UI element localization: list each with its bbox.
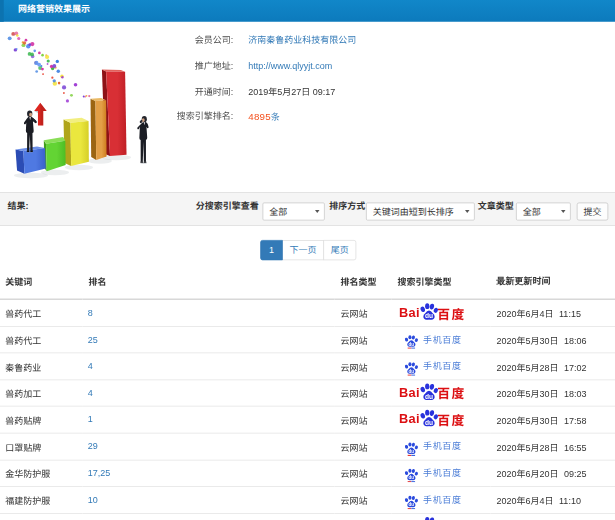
baidu-pc-logo: Bai du 百度	[399, 410, 466, 429]
col-header-keyword: 关键词	[0, 269, 83, 300]
svg-text:du: du	[425, 312, 433, 319]
rank-type-cell: 云网站	[335, 486, 392, 513]
rank-type-cell	[335, 513, 392, 520]
mobile-baidu-paw-icon: du	[404, 335, 418, 349]
rank-value[interactable]: 4	[88, 387, 93, 398]
rank-type-cell: 云网站	[335, 326, 392, 352]
businessman-right	[137, 116, 148, 164]
result-label: 结果:	[8, 193, 29, 220]
submit-button[interactable]: 提交	[577, 202, 609, 220]
updated-cell: 2020年5月30日 18:06	[491, 326, 615, 352]
svg-text:du: du	[409, 502, 415, 507]
title-bar-edge	[0, 0, 3, 22]
mobile-baidu-logo: du 手机百度	[404, 354, 461, 375]
updated-cell: 2020年5月28日 17:02	[491, 353, 615, 380]
updated-cell: 2020年5月30日 18:03	[491, 380, 615, 406]
keyword-rank-table: 关键词 排名 排名类型 搜索引擎类型 最新更新时间 兽药代工 8 云网站 Bai	[0, 269, 615, 520]
info-label: 搜索引擎排名:	[0, 110, 233, 123]
svg-text:du: du	[425, 392, 433, 399]
engine-cell: Bai du 百度	[392, 380, 491, 406]
rank-value[interactable]: 17,25	[88, 468, 111, 479]
keyword-cell: 福建防护服	[0, 486, 83, 513]
rank-value[interactable]: 29	[88, 441, 98, 452]
keyword-cell: 兽药贴牌	[0, 406, 83, 433]
rank-type-cell: 云网站	[335, 299, 392, 326]
keyword-cell	[0, 513, 83, 520]
title-bar: 网络营销效果展示	[0, 0, 615, 22]
mobile-baidu-paw-icon: du	[404, 361, 418, 375]
page-1-button[interactable]: 1	[260, 240, 283, 260]
updated-cell: 2020年6月20日 09:25	[491, 460, 615, 486]
info-label: 开通时间:	[0, 85, 233, 98]
rank-value[interactable]: 1	[88, 414, 93, 425]
keyword-cell: 兽药代工	[0, 326, 83, 352]
svg-text:du: du	[425, 419, 433, 426]
table-row: 兽药代工 8 云网站 Bai du 百度 2020年6月4日 11:15	[0, 299, 615, 326]
rank-type-cell: 云网站	[335, 380, 392, 406]
table-header-row: 关键词 排名 排名类型 搜索引擎类型 最新更新时间	[0, 269, 615, 300]
info-value[interactable]: 济南秦鲁药业科技有限公司	[248, 33, 356, 46]
svg-text:du: du	[409, 368, 415, 373]
rank-value[interactable]: 10	[88, 494, 98, 505]
page: 网络营销效果展示	[0, 0, 615, 520]
mobile-baidu-logo: du 手机百度	[404, 328, 461, 349]
updated-cell: 2020年5月30日 17:58	[491, 406, 615, 433]
baidu-paw-icon: du	[419, 381, 439, 401]
info-label: 推广地址:	[0, 60, 233, 73]
rank-value[interactable]: 4	[88, 361, 93, 372]
rank-value[interactable]: 25	[88, 334, 98, 345]
mobile-baidu-logo: du 手机百度	[404, 461, 461, 482]
rank-type-cell: 云网站	[335, 433, 392, 460]
mobile-baidu-logo: du 手机百度	[404, 435, 461, 456]
engine-cell: du 手机百度	[392, 353, 491, 380]
rank-type-cell: 云网站	[335, 460, 392, 486]
article-type-select[interactable]: 全部	[516, 202, 571, 220]
rank-value[interactable]: 8	[88, 308, 93, 319]
info-row: 开通时间: 2019年5月27日 09:17	[0, 85, 420, 98]
sort-select-wrap: 关键词由短到长排序	[366, 202, 475, 220]
baidu-paw-icon: du	[419, 515, 439, 520]
sort-label: 排序方式	[329, 193, 365, 220]
rank-count-value: 4895条	[248, 110, 280, 124]
updated-cell: 2020年5月28日 16:55	[491, 433, 615, 460]
svg-text:du: du	[409, 342, 415, 347]
table-row: 兽药贴牌 1 云网站 Bai du 百度 2020年5月30日 17:58	[0, 406, 615, 433]
table-row: Bai du 百度	[0, 513, 615, 520]
updated-cell: 2020年6月4日 11:10	[491, 486, 615, 513]
engine-cell: du 手机百度	[392, 433, 491, 460]
bar-green	[44, 137, 66, 171]
page-title: 网络营销效果展示	[18, 0, 90, 18]
engine-filter-label: 分搜索引擎查看	[196, 193, 259, 220]
engine-select[interactable]: 全部	[263, 202, 325, 220]
bar-chart-illustration	[0, 30, 173, 184]
col-header-engine: 搜索引擎类型	[392, 269, 491, 300]
keyword-cell: 口罩贴牌	[0, 433, 83, 460]
table-row: 秦鲁药业 4 云网站 du 手机百度 2020年5月28日 17:02	[0, 353, 615, 380]
rank-type-cell: 云网站	[335, 406, 392, 433]
rank-cell: 8	[83, 299, 335, 326]
sort-select[interactable]: 关键词由短到长排序	[366, 202, 475, 220]
table-row: 兽药加工 4 云网站 Bai du 百度 2020年5月30日 18:03	[0, 380, 615, 406]
mobile-baidu-paw-icon: du	[404, 495, 418, 509]
info-value: 2019年5月27日 09:17	[248, 85, 335, 98]
svg-text:du: du	[409, 475, 415, 480]
article-type-label: 文章类型	[478, 193, 514, 220]
last-page-button[interactable]: 尾页	[323, 240, 356, 260]
pagination: 1 下一页 尾页	[260, 240, 356, 260]
mobile-baidu-logo: du 手机百度	[404, 488, 461, 509]
info-row: 搜索引擎排名: 4895条	[0, 110, 420, 123]
updated-cell: 2020年6月4日 11:15	[491, 299, 615, 326]
engine-cell: Bai du 百度	[392, 513, 491, 520]
engine-cell: du 手机百度	[392, 326, 491, 352]
rank-cell: 4	[83, 380, 335, 406]
mobile-baidu-paw-icon: du	[404, 468, 418, 482]
next-page-button[interactable]: 下一页	[282, 240, 324, 260]
info-value[interactable]: http://www.qlyyjt.com	[248, 60, 332, 73]
rank-cell: 4	[83, 353, 335, 380]
engine-cell: du 手机百度	[392, 486, 491, 513]
engine-cell: Bai du 百度	[392, 299, 491, 326]
bar-orange	[91, 98, 107, 160]
rank-cell: 29	[83, 433, 335, 460]
info-label: 会员公司:	[0, 33, 233, 46]
filter-bar: 结果: 分搜索引擎查看 全部 排序方式 关键词由短到长排序 文章类型 全部 提交	[0, 192, 615, 226]
